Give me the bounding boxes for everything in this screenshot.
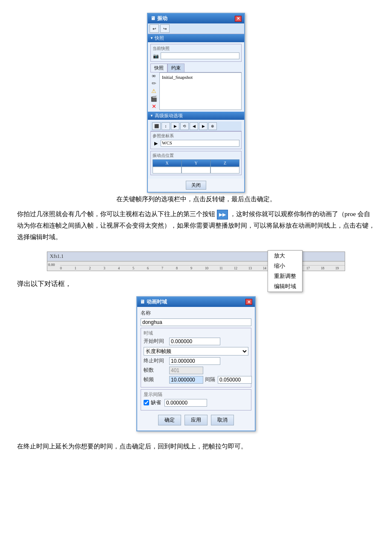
- anim-confirm-button[interactable]: 确定: [158, 415, 181, 425]
- adv-btn-7[interactable]: ⊕: [208, 122, 217, 130]
- svg-text:1: 1: [75, 266, 76, 270]
- coord-z-input[interactable]: [210, 167, 239, 173]
- anim-framerate-label: 帧频: [144, 376, 169, 383]
- dialog-title: 振动: [157, 15, 167, 22]
- snapshot-delete-icon[interactable]: ✕: [150, 103, 157, 110]
- snapshot-camera-icon[interactable]: 📷: [153, 52, 159, 59]
- anim-framerate-row: 帧频 间隔: [144, 376, 248, 384]
- anim-framerate-input[interactable]: [169, 376, 203, 384]
- anim-frames-label: 帧数: [144, 367, 169, 374]
- context-menu-item-zoom-out[interactable]: 缩小: [268, 261, 302, 271]
- anim-frames-input[interactable]: [169, 367, 203, 374]
- anim-duration-row: 长度和帧频: [144, 347, 248, 356]
- svg-text:13: 13: [248, 266, 252, 270]
- svg-text:7: 7: [161, 266, 163, 270]
- ref-frame-arrow-icon[interactable]: ▶: [153, 140, 159, 147]
- anim-default-checkbox[interactable]: [144, 400, 149, 405]
- snapshot-edit-icon[interactable]: ✏: [150, 80, 157, 87]
- anim-name-row: 名称: [141, 309, 251, 317]
- snapshot-warning-icon[interactable]: ⚠: [150, 88, 157, 95]
- context-menu-item-reset[interactable]: 重新调整: [268, 271, 302, 281]
- svg-text:10: 10: [205, 266, 208, 270]
- svg-text:18: 18: [321, 266, 324, 270]
- collapse-icon: ▼: [150, 36, 153, 40]
- anim-time-section-label: 时域: [144, 330, 248, 336]
- snapshot-item: Initial_Snapshot: [161, 74, 240, 80]
- context-menu-item-edit-domain[interactable]: 编辑时域: [268, 281, 302, 292]
- snapshot-record-icon[interactable]: 🎬: [150, 95, 157, 102]
- ref-frame-row: ▶ WCS: [153, 140, 239, 147]
- section-advanced-header: ▼ 高级振动选项: [148, 112, 244, 120]
- coord-y-header: Y: [182, 159, 210, 167]
- anim-frames-row: 帧数: [144, 367, 248, 374]
- anim-default-value-input[interactable]: [164, 399, 207, 407]
- svg-text:9: 9: [190, 266, 192, 270]
- adv-btn-6[interactable]: ▶: [199, 122, 208, 130]
- svg-text:17: 17: [306, 266, 310, 270]
- anim-end-time-input[interactable]: [169, 357, 220, 365]
- toolbar-redo-button[interactable]: ↪: [160, 24, 170, 33]
- coord-x-input[interactable]: [153, 167, 182, 173]
- toolbar-undo-button[interactable]: ↩: [150, 24, 159, 33]
- svg-text:5: 5: [133, 266, 134, 270]
- anim-dialog-wrap: 🖥 动画时域 ✕ 名称 时域 开始时间: [17, 293, 375, 435]
- dialog-icon: 🖥: [150, 15, 156, 22]
- tabs-row: 快照 约束: [150, 64, 242, 72]
- body-text-1: 你拍过几张照就会有几个帧，你可以主视框右边从下往上的第三个按钮 ▶▶ ，这时候你…: [17, 208, 375, 243]
- section-snapshots-header: ▼ 快照: [148, 34, 244, 42]
- svg-text:19: 19: [335, 266, 339, 270]
- anim-default-row: 缺省: [144, 399, 248, 407]
- section-advanced-label: 高级振动选项: [155, 113, 183, 119]
- anim-default-label: 缺省: [151, 399, 161, 406]
- anim-display-section-label: 显示间隔: [144, 391, 248, 398]
- animation-point-label: 振动点位置: [153, 153, 239, 159]
- timeline-label: Xfs1.1: [50, 253, 63, 260]
- anim-name-value-row: [141, 318, 251, 326]
- tab-snapshots[interactable]: 快照: [150, 64, 167, 72]
- current-snapshot-input[interactable]: [161, 52, 239, 59]
- anim-start-label: 开始时间: [144, 338, 169, 345]
- anim-dialog-title: 动画时域: [147, 298, 167, 306]
- svg-text:12: 12: [234, 266, 237, 270]
- anim-end-label: 终止时间: [144, 357, 169, 364]
- anim-interval-input[interactable]: [218, 376, 252, 384]
- anim-name-input[interactable]: [141, 318, 251, 326]
- adv-btn-1[interactable]: ⬛: [152, 122, 161, 130]
- tab-constraints[interactable]: 约束: [167, 64, 184, 72]
- current-snapshot-row: 📷: [153, 52, 239, 59]
- anim-start-time-input[interactable]: [169, 338, 220, 345]
- anim-start-time-row: 开始时间: [144, 338, 248, 345]
- adv-toolbar: ⬛ ↕ ▶ ⟲ ◀ ▶ ⊕: [150, 121, 242, 131]
- snapshot-add-icon[interactable]: ∞: [150, 72, 157, 79]
- coord-y-input[interactable]: [182, 167, 210, 173]
- ref-frame-group: 参照坐标系 ▶ WCS: [150, 131, 242, 149]
- anim-apply-button[interactable]: 应用: [184, 415, 208, 425]
- context-menu-item-zoom-in[interactable]: 放大: [268, 251, 302, 261]
- dialog-titlebar: 🖥 振动 ✕: [148, 14, 244, 23]
- anim-end-time-row: 终止时间: [144, 357, 248, 365]
- timeline-section: Xfs1.1 0.00 0 1 2 3 4 5 6 7 8 9: [17, 248, 375, 275]
- adv-btn-5[interactable]: ◀: [190, 122, 198, 130]
- svg-text:3: 3: [104, 266, 105, 270]
- body-text-1a: 你拍过几张照就会有几个帧，你可以主视框右边从下往上的第三个按钮: [17, 211, 215, 217]
- ruler-start: 0.00: [48, 263, 55, 267]
- close-button[interactable]: 关闭: [186, 181, 206, 190]
- adv-btn-2[interactable]: ↕: [161, 122, 170, 130]
- caption-1: 在关键帧序列的选项栏中，点击反转键，最后点击确定。: [17, 195, 375, 203]
- dialog-close-button[interactable]: ✕: [235, 16, 242, 22]
- anim-dialog-close-button[interactable]: ✕: [245, 299, 252, 305]
- anim-display-section: 显示间隔 缺省: [141, 389, 251, 410]
- ref-frame-input[interactable]: WCS: [161, 140, 239, 147]
- anim-dialog-titlebar: 🖥 动画时域 ✕: [137, 297, 255, 307]
- svg-text:11: 11: [219, 266, 223, 270]
- ref-frame-label: 参照坐标系: [153, 133, 239, 139]
- anim-cancel-button[interactable]: 取消: [211, 415, 234, 425]
- coord-headers-row: X Y Z: [153, 159, 239, 167]
- anim-duration-select[interactable]: 长度和帧频: [144, 347, 248, 356]
- section-advanced-body: ⬛ ↕ ▶ ⟲ ◀ ▶ ⊕ 参照坐标系 ▶ WCS 振动点位置 X Y: [148, 120, 244, 179]
- adv-btn-3[interactable]: ▶: [171, 122, 179, 130]
- anim-name-label: 名称: [141, 309, 166, 317]
- svg-text:2: 2: [89, 266, 91, 270]
- anim-time-section: 时域 开始时间 长度和帧频 终止时间: [141, 328, 251, 387]
- adv-btn-4[interactable]: ⟲: [180, 122, 189, 130]
